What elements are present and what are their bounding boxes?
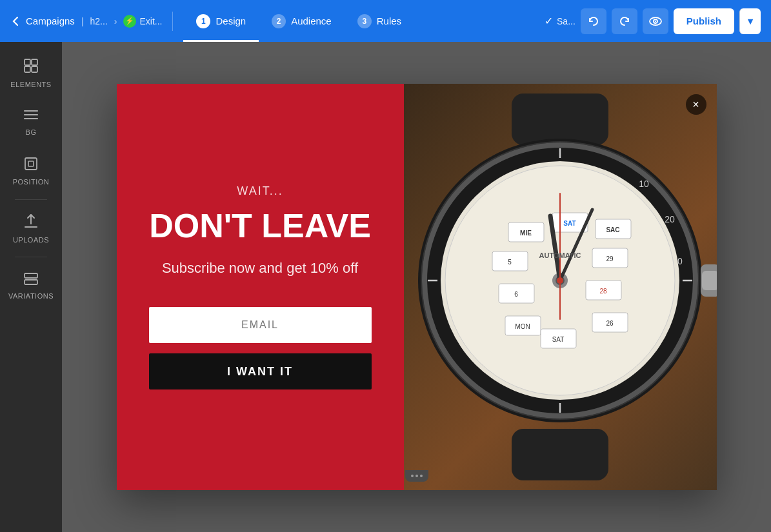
variations-icon xyxy=(23,271,39,290)
uploads-label: UPLOADS xyxy=(13,236,49,244)
svg-text:SAT: SAT xyxy=(552,336,565,343)
breadcrumb-exit: Exit... xyxy=(139,16,162,26)
popup-left-panel: WAIT... DON'T LEAVE Subscribe now and ge… xyxy=(117,84,404,490)
exit-breadcrumb[interactable]: ⚡ Exit... xyxy=(123,15,162,28)
sidebar-item-uploads[interactable]: UPLOADS xyxy=(5,205,57,251)
resize-handle[interactable] xyxy=(405,470,428,482)
step-rules-label: Rules xyxy=(377,15,401,26)
resize-dots xyxy=(411,475,423,477)
svg-rect-4 xyxy=(32,59,37,65)
nav-divider xyxy=(172,12,173,31)
watch-illustration: 0 10 20 30 40 50 xyxy=(404,84,717,490)
svg-rect-15 xyxy=(512,94,608,145)
popup-right-panel: 0 10 20 30 40 50 xyxy=(404,84,717,490)
redo-button[interactable] xyxy=(612,8,637,34)
step-audience[interactable]: 2 Audience xyxy=(259,0,345,42)
popup-email-input[interactable] xyxy=(149,307,372,343)
step-rules[interactable]: 3 Rules xyxy=(345,0,414,42)
exit-badge-icon: ⚡ xyxy=(123,15,136,28)
breadcrumb-h2[interactable]: h2... xyxy=(90,16,108,26)
svg-text:28: 28 xyxy=(599,288,607,295)
variations-label: VARIATIONS xyxy=(8,292,54,300)
save-check-icon: ✓ xyxy=(545,15,553,27)
campaigns-nav[interactable]: Campaigns xyxy=(10,15,75,27)
publish-button[interactable]: Publish xyxy=(674,8,734,34)
svg-rect-14 xyxy=(25,280,37,284)
save-label: Sa... xyxy=(557,16,576,26)
step-design-label: Design xyxy=(215,15,246,26)
back-arrow-icon[interactable] xyxy=(10,15,22,27)
svg-rect-10 xyxy=(25,158,37,170)
step-rules-num: 3 xyxy=(357,14,372,28)
topnav-right: ✓ Sa... Publish ▾ xyxy=(545,8,761,34)
position-icon xyxy=(23,156,39,175)
svg-rect-3 xyxy=(25,59,30,65)
elements-icon xyxy=(23,57,39,78)
svg-text:20: 20 xyxy=(665,214,675,224)
svg-text:29: 29 xyxy=(606,255,614,262)
nav-steps: 1 Design 2 Audience 3 Rules xyxy=(183,0,414,42)
sidebar-item-variations[interactable]: VARIATIONS xyxy=(5,262,57,309)
svg-point-2 xyxy=(655,20,656,21)
svg-text:AUTOMATIC: AUTOMATIC xyxy=(539,251,581,259)
popup-cta-button[interactable]: I WANT IT xyxy=(149,353,372,389)
top-navigation: Campaigns | h2... › ⚡ Exit... 1 Design 2… xyxy=(0,0,771,42)
popup-card: WAIT... DON'T LEAVE Subscribe now and ge… xyxy=(117,84,717,490)
svg-rect-5 xyxy=(25,66,30,72)
resize-dot-3 xyxy=(420,475,423,477)
popup-wait-text: WAIT... xyxy=(237,184,283,198)
sidebar-item-position[interactable]: POSITION xyxy=(5,148,57,194)
svg-text:5: 5 xyxy=(508,259,512,266)
resize-dot-2 xyxy=(416,475,418,477)
svg-text:MIE: MIE xyxy=(520,230,532,237)
save-indicator: ✓ Sa... xyxy=(545,15,576,27)
resize-dot-1 xyxy=(411,475,414,477)
sidebar-divider xyxy=(15,199,47,200)
popup-headline: DON'T LEAVE xyxy=(149,208,371,244)
svg-text:SAC: SAC xyxy=(606,226,619,233)
svg-rect-6 xyxy=(32,66,37,72)
breadcrumb-chevron: › xyxy=(114,16,117,26)
svg-text:SAT: SAT xyxy=(563,220,576,227)
bg-icon xyxy=(23,108,39,126)
undo-button[interactable] xyxy=(581,8,606,34)
sidebar: ELEMENTS BG POSITION UPLOADS VARIATIONS xyxy=(0,42,62,532)
preview-button[interactable] xyxy=(643,8,668,34)
svg-rect-13 xyxy=(25,273,37,278)
breadcrumb-sep1: | xyxy=(81,16,84,26)
step-audience-label: Audience xyxy=(291,15,332,26)
svg-rect-11 xyxy=(28,161,34,166)
popup-close-button[interactable]: × xyxy=(686,94,706,115)
sidebar-item-bg[interactable]: BG xyxy=(5,99,57,145)
svg-text:10: 10 xyxy=(639,179,649,189)
svg-text:26: 26 xyxy=(606,320,614,327)
campaigns-label: Campaigns xyxy=(26,15,75,26)
uploads-icon xyxy=(23,213,39,233)
svg-text:6: 6 xyxy=(514,291,518,298)
sidebar-divider2 xyxy=(15,257,47,257)
elements-label: ELEMENTS xyxy=(10,81,51,88)
publish-dropdown-button[interactable]: ▾ xyxy=(739,8,761,34)
svg-point-59 xyxy=(557,277,563,284)
bg-label: BG xyxy=(26,128,37,136)
sidebar-item-elements[interactable]: ELEMENTS xyxy=(5,50,57,96)
step-design[interactable]: 1 Design xyxy=(183,0,259,42)
step-design-num: 1 xyxy=(196,14,210,28)
svg-rect-20 xyxy=(702,271,717,290)
svg-rect-16 xyxy=(512,429,608,480)
position-label: POSITION xyxy=(13,178,50,186)
svg-text:MON: MON xyxy=(515,323,530,330)
popup-subtext: Subscribe now and get 10% off xyxy=(162,259,358,279)
step-audience-num: 2 xyxy=(272,14,286,28)
main-content: WAIT... DON'T LEAVE Subscribe now and ge… xyxy=(62,42,771,532)
